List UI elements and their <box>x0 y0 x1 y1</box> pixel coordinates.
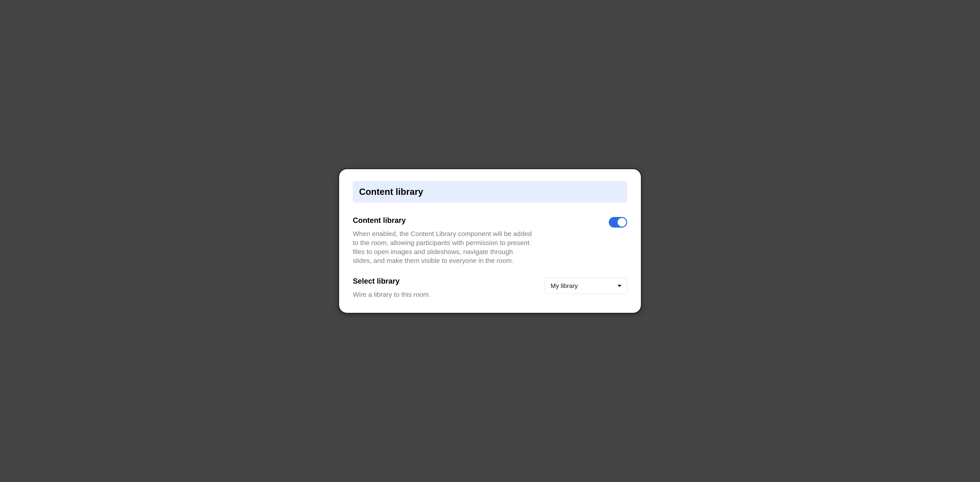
setting-title: Select library <box>353 277 533 285</box>
setting-description: When enabled, the Content Library compon… <box>353 229 533 266</box>
page-title: Content library <box>359 186 621 197</box>
setting-select-library: Select library Wire a library to this ro… <box>353 277 627 299</box>
library-select-wrapper: My library <box>545 278 627 294</box>
setting-title: Content library <box>353 216 533 224</box>
setting-control <box>609 216 627 228</box>
settings-card: Content library Content library When ena… <box>339 169 641 313</box>
toggle-knob <box>617 218 626 227</box>
setting-content-library: Content library When enabled, the Conten… <box>353 216 627 266</box>
library-select[interactable]: My library <box>545 278 627 294</box>
library-select-value: My library <box>550 282 613 290</box>
setting-text-block: Select library Wire a library to this ro… <box>353 277 533 299</box>
content-library-toggle[interactable] <box>609 217 627 227</box>
setting-control: My library <box>545 277 627 294</box>
setting-description: Wire a library to this room. <box>353 290 533 299</box>
header-banner: Content library <box>353 181 627 202</box>
setting-text-block: Content library When enabled, the Conten… <box>353 216 533 266</box>
